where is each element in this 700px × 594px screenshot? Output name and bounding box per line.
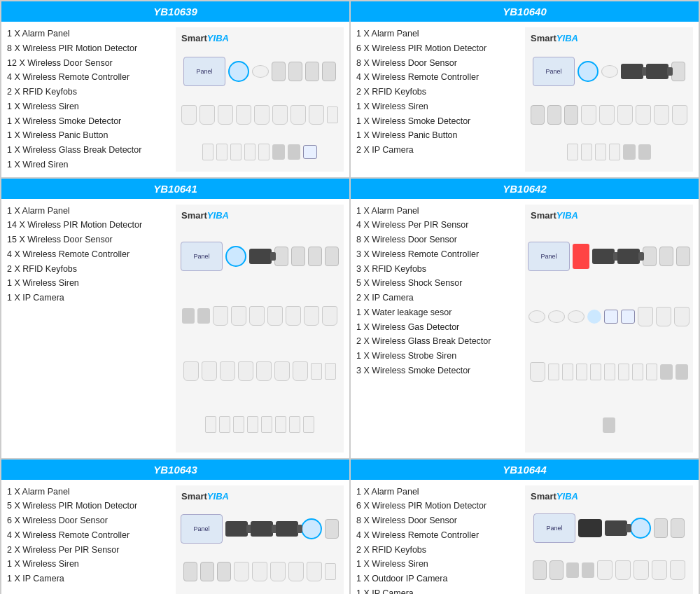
alarm-panel-icon: Panel bbox=[528, 242, 570, 271]
smoke-icon bbox=[568, 310, 584, 323]
pir-icon bbox=[652, 560, 667, 580]
cell-body-yb10644: 1 X Alarm Panel 6 X Wireless PIR Motion … bbox=[351, 480, 699, 595]
cell-body-yb10639: 1 X Alarm Panel 8 X Wireless PIR Motion … bbox=[1, 22, 349, 177]
list-item: 15 X Wireless Door Sensor bbox=[7, 233, 172, 247]
cell-list-yb10644: 1 X Alarm Panel 6 X Wireless PIR Motion … bbox=[356, 485, 521, 595]
keyfob-icon bbox=[660, 364, 673, 380]
door-sensor-icon bbox=[205, 416, 216, 433]
door-sensor-icon bbox=[576, 364, 587, 380]
brand-label: SmartYIBA bbox=[181, 491, 229, 502]
door-sensor-icon bbox=[562, 364, 573, 380]
pir-icon bbox=[293, 361, 308, 381]
pir-icon bbox=[181, 105, 197, 125]
door-sensor-icon bbox=[219, 416, 230, 433]
remote-icon bbox=[325, 247, 339, 266]
list-item: 4 X Wireless Per PIR Sensor bbox=[356, 219, 521, 232]
brand-label: SmartYIBA bbox=[531, 33, 578, 43]
list-item: 8 X Wireless Door Sensor bbox=[356, 57, 521, 70]
cell-image-yb10639: SmartYIBA Panel bbox=[176, 27, 344, 172]
cell-header-yb10642: YB10642 bbox=[351, 179, 699, 199]
cell-list-yb10639: 1 X Alarm Panel 8 X Wireless PIR Motion … bbox=[7, 27, 172, 172]
list-item: 3 X Wireless Remote Controller bbox=[356, 248, 521, 261]
remote-icon bbox=[305, 62, 319, 81]
pir-icon bbox=[249, 306, 265, 326]
siren-icon bbox=[225, 246, 246, 267]
list-item: 1 X Wireless Panic Button bbox=[356, 129, 521, 142]
list-item: 2 X RFID Keyfobs bbox=[7, 263, 172, 276]
list-item: 1 X Wireless Smoke Detector bbox=[7, 115, 172, 128]
alarm-panel-icon: Panel bbox=[533, 513, 575, 543]
list-item: 1 X Wireless Strobe Siren bbox=[356, 350, 521, 363]
glass-break-icon bbox=[621, 310, 635, 324]
camera-icon bbox=[249, 249, 272, 264]
cell-body-yb10643: 1 X Alarm Panel 5 X Wireless PIR Motion … bbox=[1, 480, 349, 595]
pir-icon bbox=[599, 105, 615, 125]
pir-icon bbox=[272, 105, 288, 125]
product-grid: YB10639 1 X Alarm Panel 8 X Wireless PIR… bbox=[0, 0, 700, 594]
door-sensor-icon bbox=[609, 144, 620, 160]
water-sensor-icon bbox=[587, 310, 601, 324]
list-item: 1 X Wireless Siren bbox=[7, 100, 172, 113]
pir-icon bbox=[238, 361, 253, 381]
remote-icon bbox=[659, 247, 673, 266]
remote-icon bbox=[671, 518, 685, 538]
cell-image-yb10640: SmartYIBA Panel bbox=[525, 27, 693, 172]
cell-image-yb10644: SmartYIBA Panel bbox=[525, 485, 693, 595]
pir-icon bbox=[254, 105, 270, 125]
door-sensor-icon bbox=[618, 364, 629, 380]
cell-yb10639: YB10639 1 X Alarm Panel 8 X Wireless PIR… bbox=[1, 1, 350, 178]
siren-icon bbox=[228, 61, 249, 82]
alarm-panel-icon: Panel bbox=[181, 242, 223, 271]
cell-yb10642: YB10642 1 X Alarm Panel 4 X Wireless Per… bbox=[350, 178, 699, 459]
list-item: 6 X Wireless Door Sensor bbox=[7, 514, 172, 527]
pir-icon bbox=[252, 562, 267, 581]
pir-icon bbox=[656, 307, 671, 326]
pir-icon bbox=[638, 307, 653, 326]
remote-icon bbox=[531, 105, 545, 125]
smoke-icon bbox=[601, 65, 618, 78]
door-sensor-icon bbox=[548, 364, 559, 380]
remote-icon bbox=[671, 62, 685, 81]
product-icons: Panel bbox=[525, 485, 693, 595]
list-item: 3 X Wireless Smoke Detector bbox=[356, 364, 521, 378]
camera-icon bbox=[225, 521, 248, 537]
door-sensor-icon bbox=[567, 144, 578, 160]
door-sensor-icon bbox=[247, 416, 258, 433]
cell-header-yb10639: YB10639 bbox=[1, 1, 349, 22]
brand-label: SmartYIBA bbox=[531, 210, 578, 221]
door-sensor-icon bbox=[216, 144, 227, 160]
list-item: 1 X Wireless Siren bbox=[7, 277, 172, 290]
door-sensor-icon bbox=[325, 563, 336, 580]
pir-icon bbox=[322, 306, 337, 326]
cell-list-yb10642: 1 X Alarm Panel 4 X Wireless Per PIR Sen… bbox=[356, 205, 521, 453]
pir-icon bbox=[634, 560, 649, 580]
pir-icon bbox=[234, 562, 249, 581]
cell-list-yb10640: 1 X Alarm Panel 6 X Wireless PIR Motion … bbox=[356, 27, 521, 172]
remote-icon bbox=[547, 105, 561, 125]
door-sensor-icon bbox=[325, 363, 336, 380]
pir-icon bbox=[674, 307, 690, 326]
list-item: 4 X Wireless Remote Controller bbox=[7, 529, 172, 542]
siren-icon bbox=[578, 61, 598, 82]
door-sensor-icon bbox=[244, 144, 255, 160]
list-item: 3 X RFID Keyfobs bbox=[356, 263, 521, 276]
pir-icon bbox=[274, 361, 290, 381]
list-item: 2 X Wireless Per PIR Sensor bbox=[7, 544, 172, 557]
list-item: 1 X Wireless Glass Break Detector bbox=[7, 144, 172, 157]
door-sensor-icon bbox=[275, 416, 286, 433]
glass-break-icon bbox=[604, 310, 618, 324]
camera-icon bbox=[617, 249, 640, 264]
list-item: 1 X IP Camera bbox=[7, 291, 172, 305]
list-item: 2 X Wireless Glass Break Detector bbox=[356, 335, 521, 348]
pir-icon bbox=[288, 562, 304, 581]
pir-icon bbox=[286, 306, 301, 326]
remote-icon bbox=[676, 247, 690, 266]
list-item: 1 X Outdoor IP Camera bbox=[356, 572, 521, 586]
list-item: 1 X Wireless Siren bbox=[7, 558, 172, 571]
pir-icon bbox=[267, 306, 283, 326]
strobe-siren-icon bbox=[573, 244, 589, 269]
cell-list-yb10641: 1 X Alarm Panel 14 X Wireless PIR Motion… bbox=[7, 205, 172, 453]
smoke-icon bbox=[252, 65, 269, 78]
list-item: 6 X Wireless PIR Motion Detector bbox=[356, 42, 521, 55]
keyfob-icon bbox=[582, 562, 594, 578]
